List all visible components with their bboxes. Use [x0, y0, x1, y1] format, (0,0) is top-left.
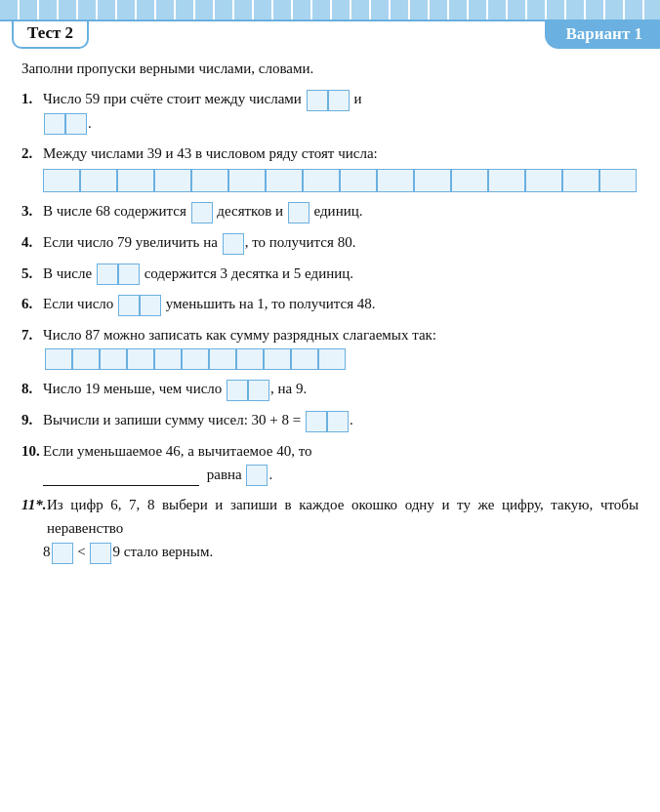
q11-box2[interactable]: [90, 543, 111, 564]
q2-number-row: [43, 169, 639, 192]
q1-box-b1[interactable]: [44, 113, 65, 135]
question-4: 4. Если число 79 увеличить на , то получ…: [21, 230, 639, 255]
question-8-row: 8. Число 19 меньше, чем число , на 9.: [21, 377, 639, 401]
question-9: 9. Вычисли и запиши сумму чисел: 30 + 8 …: [21, 408, 639, 432]
q7-b6[interactable]: [182, 348, 209, 370]
q7-b5[interactable]: [154, 348, 182, 370]
q11-num: 11*.: [21, 494, 47, 516]
q7-b11[interactable]: [318, 348, 346, 370]
q10-text: Если уменьшаемое 46, а вычитаемое 40, то: [43, 439, 639, 463]
q5-box-2[interactable]: [118, 264, 140, 285]
q7-num: 7.: [21, 324, 43, 346]
q5-num: 5.: [21, 263, 43, 285]
q2-box1[interactable]: [43, 169, 80, 192]
q1-second-line: .: [43, 111, 639, 136]
question-9-row: 9. Вычисли и запиши сумму чисел: 30 + 8 …: [21, 408, 639, 432]
question-3: 3. В числе 68 содержится десятков и един…: [21, 199, 639, 223]
q2-box10[interactable]: [377, 169, 414, 192]
q3-num: 3.: [21, 200, 43, 223]
test-label: Тест 2: [12, 21, 89, 49]
q7-b9[interactable]: [264, 348, 291, 370]
q6-text: Если число уменьшить на 1, то получится …: [43, 292, 639, 316]
q10-answer-line[interactable]: [43, 485, 199, 486]
q5-text: В числе содержится 3 десятка и 5 единиц.: [43, 262, 639, 286]
q8-box-1[interactable]: [227, 380, 248, 401]
question-11: 11*. Из цифр 6, 7, 8 выбери и запиши в к…: [21, 493, 639, 564]
q2-box16[interactable]: [599, 169, 637, 192]
q2-box6[interactable]: [228, 169, 266, 192]
question-10: 10. Если уменьшаемое 46, а вычитаемое 40…: [21, 439, 639, 487]
q8-box-2[interactable]: [248, 380, 269, 401]
q9-box-1[interactable]: [306, 411, 327, 432]
q2-box14[interactable]: [525, 169, 562, 192]
q3-box2[interactable]: [288, 202, 309, 223]
q1-box2-b[interactable]: [44, 113, 87, 135]
q10-box[interactable]: [246, 465, 268, 486]
q9-text: Вычисли и запиши сумму чисел: 30 + 8 = .: [43, 408, 639, 432]
q2-box11[interactable]: [414, 169, 451, 192]
q9-box2[interactable]: [306, 411, 349, 432]
q8-text: Число 19 меньше, чем число , на 9.: [43, 377, 639, 401]
q7-b10[interactable]: [291, 348, 318, 370]
question-1-row: 1. Число 59 при счёте стоит между числам…: [21, 87, 639, 111]
variant-label: Вариант 1: [545, 21, 660, 49]
question-4-row: 4. Если число 79 увеличить на , то получ…: [21, 230, 639, 255]
q11-second-line: 8 < 9 стало верным.: [43, 540, 639, 564]
q2-box8[interactable]: [303, 169, 340, 192]
q2-box15[interactable]: [562, 169, 599, 192]
question-7: 7. Число 87 можно записать как сумму раз…: [21, 323, 639, 371]
question-5: 5. В числе содержится 3 десятка и 5 един…: [21, 262, 639, 286]
q7-b8[interactable]: [236, 348, 264, 370]
question-6: 6. Если число уменьшить на 1, то получит…: [21, 292, 639, 316]
q2-box2[interactable]: [80, 169, 117, 192]
question-11-row: 11*. Из цифр 6, 7, 8 выбери и запиши в к…: [21, 493, 639, 540]
q7-b1[interactable]: [45, 348, 72, 370]
q2-box3[interactable]: [117, 169, 154, 192]
q2-box12[interactable]: [451, 169, 488, 192]
top-border: [0, 0, 660, 21]
question-6-row: 6. Если число уменьшить на 1, то получит…: [21, 292, 639, 316]
q2-box4[interactable]: [154, 169, 191, 192]
q2-box9[interactable]: [340, 169, 377, 192]
q7-b2[interactable]: [72, 348, 100, 370]
header: Тест 2 Вариант 1: [0, 21, 660, 53]
q2-box7[interactable]: [266, 169, 303, 192]
q6-box2[interactable]: [118, 295, 161, 316]
q11-box1[interactable]: [52, 543, 73, 564]
q7-b3[interactable]: [100, 348, 127, 370]
q8-num: 8.: [21, 378, 43, 400]
q4-num: 4.: [21, 231, 43, 254]
q2-box13[interactable]: [488, 169, 525, 192]
q6-box-2[interactable]: [140, 295, 161, 316]
q4-text: Если число 79 увеличить на , то получитс…: [43, 230, 639, 255]
question-8: 8. Число 19 меньше, чем число , на 9.: [21, 377, 639, 401]
question-1: 1. Число 59 при счёте стоит между числам…: [21, 87, 639, 135]
q5-box-1[interactable]: [97, 264, 118, 285]
q1-box2-a[interactable]: [307, 90, 350, 111]
q3-text: В числе 68 содержится десятков и единиц.: [43, 199, 639, 223]
instruction: Заполни пропуски верными числами, словам…: [21, 61, 639, 77]
question-2: 2. Между числами 39 и 43 в числовом ряду…: [21, 142, 639, 192]
content: Заполни пропуски верными числами, словам…: [0, 53, 660, 581]
q7-second-line: [43, 346, 639, 371]
q8-box2[interactable]: [227, 380, 269, 401]
q5-box2[interactable]: [97, 264, 140, 285]
q3-box1[interactable]: [191, 202, 213, 223]
question-2-row: 2. Между числами 39 и 43 в числовом ряду…: [21, 142, 639, 165]
q1-box-b2[interactable]: [65, 113, 87, 135]
q7-b7[interactable]: [209, 348, 236, 370]
q9-box-2[interactable]: [327, 411, 349, 432]
q1-box-a1[interactable]: [307, 90, 328, 111]
q1-num: 1.: [21, 88, 43, 110]
question-5-row: 5. В числе содержится 3 десятка и 5 един…: [21, 262, 639, 286]
q7-b4[interactable]: [127, 348, 154, 370]
q10-second-line: равна .: [43, 463, 639, 487]
q4-box[interactable]: [223, 233, 244, 255]
q6-num: 6.: [21, 293, 43, 315]
q1-box-a2[interactable]: [328, 90, 350, 111]
q1-text: Число 59 при счёте стоит между числами и: [43, 87, 639, 111]
q6-box-1[interactable]: [118, 295, 140, 316]
q7-long-box[interactable]: [45, 348, 346, 370]
q7-text: Число 87 можно записать как сумму разряд…: [43, 323, 639, 346]
q2-box5[interactable]: [191, 169, 228, 192]
